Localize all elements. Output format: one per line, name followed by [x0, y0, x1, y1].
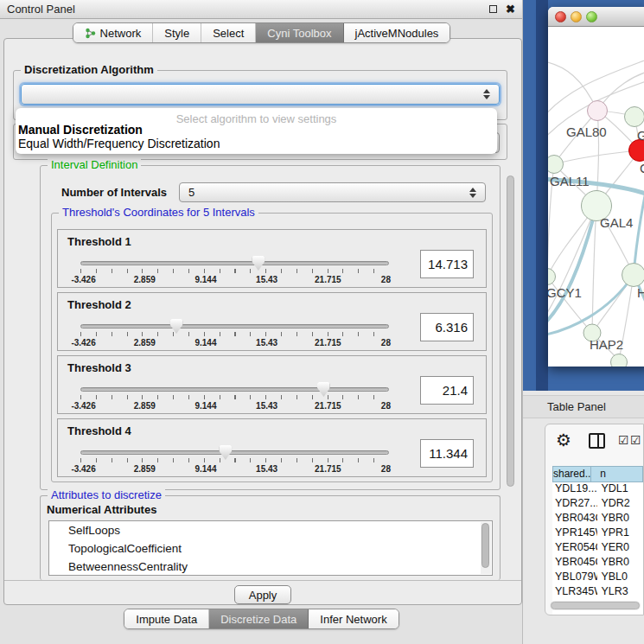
- node-label: GAL4: [600, 215, 633, 230]
- group-title-interval-definition: Interval Definition: [48, 158, 141, 171]
- panel-title: Control Panel: [7, 3, 75, 16]
- threshold-4-slider[interactable]: [80, 450, 389, 455]
- list-item[interactable]: BetweennessCentrality: [49, 558, 492, 576]
- threshold-2-value-field[interactable]: [420, 313, 474, 341]
- group-title-discretization-algorithm: Discretization Algorithm: [21, 63, 157, 76]
- table-horizontal-scrollbar[interactable]: [550, 601, 641, 610]
- threshold-3-value-field[interactable]: [420, 376, 474, 405]
- close-icon[interactable]: ✖: [506, 3, 515, 15]
- slider-ticks: [80, 458, 389, 462]
- table-row[interactable]: YDR27...YDR2: [552, 497, 643, 512]
- table-row[interactable]: YBR043CYBR0: [552, 512, 643, 526]
- thresholds-group: Threshold's Coordinates for 5 Intervals …: [51, 213, 493, 482]
- table-row[interactable]: YBR045CYBR0: [552, 556, 643, 571]
- table-row[interactable]: YPR145WYPR1: [552, 526, 643, 541]
- node-label: HAP2: [590, 337, 623, 352]
- tab-jactivemnodules[interactable]: jActiveMNodules: [344, 23, 450, 42]
- panel-scrollbar[interactable]: [505, 165, 517, 578]
- tab-discretize-data[interactable]: Discretize Data: [209, 609, 309, 628]
- node-gcy1[interactable]: [548, 269, 556, 285]
- table-panel-region: Table Panel ⚙ ☑ ☑ shared... n YDL19...YD…: [523, 391, 644, 644]
- node-label: GAL11: [550, 174, 590, 188]
- checkbox-icon[interactable]: ☑: [618, 434, 629, 446]
- node-label: GA: [637, 128, 644, 143]
- group-title-thresholds: Threshold's Coordinates for 5 Intervals: [59, 206, 258, 219]
- table-row[interactable]: YER054CYER0: [552, 541, 643, 556]
- right-side: GAL80 GA C GAL11 GAL4 GCY1 H HAP2 Table …: [523, 0, 644, 644]
- mac-minimize-button[interactable]: [571, 11, 582, 22]
- settings-gear-icon[interactable]: ⚙: [556, 431, 571, 449]
- combo-stepper-icon: [469, 188, 476, 198]
- numerical-attributes-list: SelfLoops TopologicalCoefficient Between…: [48, 520, 493, 576]
- list-scrollbar[interactable]: [481, 522, 491, 574]
- bottom-tab-bar: Impute Data Discretize Data Infer Networ…: [0, 609, 523, 629]
- table-panel-body: ⚙ ☑ ☑ shared... n YDL19...YDL1 YDR27...Y…: [545, 424, 644, 615]
- float-window-icon[interactable]: [489, 5, 497, 13]
- threshold-4-value-field[interactable]: [420, 439, 474, 468]
- node-label: GAL80: [566, 124, 607, 139]
- threshold-1-panel: Threshold 1 -3.4262.8599.14415.4321.7152…: [57, 229, 487, 288]
- slider-ticks: [80, 395, 389, 399]
- network-window-titlebar[interactable]: [548, 7, 644, 27]
- node-label: C: [640, 161, 644, 175]
- desktop-background: GAL80 GA C GAL11 GAL4 GCY1 H HAP2: [523, 0, 644, 391]
- table-row[interactable]: YBL079WYBL0: [552, 571, 643, 585]
- tab-impute-data[interactable]: Impute Data: [124, 609, 209, 628]
- threshold-3-slider[interactable]: [80, 387, 389, 392]
- list-item[interactable]: TopologicalCoefficient: [49, 539, 492, 558]
- node-gal80[interactable]: [588, 101, 608, 121]
- network-icon: [85, 28, 96, 39]
- threshold-2-slider[interactable]: [80, 324, 389, 328]
- node-gal11[interactable]: [548, 156, 564, 174]
- node-red-selected[interactable]: [629, 140, 644, 162]
- tab-network[interactable]: Network: [73, 23, 154, 42]
- threshold-1-value-field[interactable]: [420, 250, 474, 278]
- top-tab-bar: Network Style Select Cyni Toolbox jActiv…: [0, 22, 523, 43]
- group-title-attributes: Attributes to discretize: [48, 488, 165, 501]
- tab-select[interactable]: Select: [201, 23, 256, 42]
- algorithm-combobox[interactable]: [21, 84, 500, 105]
- threshold-4-panel: Threshold 4 -3.4262.8599.14415.4321.7152…: [57, 418, 487, 477]
- table-panel-toolbar: ⚙ ☑ ☑: [545, 424, 643, 459]
- node-labels: GAL80 GA C GAL11 GAL4 GCY1 H HAP2: [548, 124, 644, 352]
- attributes-group: Attributes to discretize Numerical Attri…: [40, 495, 501, 580]
- dropdown-placeholder: Select algorithm to view settings: [16, 108, 497, 123]
- desktop-shade: [536, 0, 548, 391]
- node-top-right[interactable]: [625, 107, 644, 127]
- threshold-1-slider[interactable]: [80, 261, 389, 265]
- list-item[interactable]: SelfLoops: [49, 521, 492, 539]
- mac-zoom-button[interactable]: [586, 11, 597, 22]
- tab-cyni-toolbox[interactable]: Cyni Toolbox: [256, 23, 343, 42]
- column-header-shared-name[interactable]: shared...: [552, 466, 591, 482]
- network-view-window: GAL80 GA C GAL11 GAL4 GCY1 H HAP2: [548, 7, 644, 367]
- node-bottom[interactable]: [611, 354, 628, 367]
- separator: [4, 580, 521, 581]
- checkbox-icon[interactable]: ☑: [630, 434, 641, 446]
- table-panel-titlebar: Table Panel: [523, 395, 644, 418]
- algorithm-dropdown-popup: Select algorithm to view settings Manual…: [16, 108, 497, 154]
- node-table: shared... n YDL19...YDL1 YDR27...YDR2 YB…: [552, 466, 643, 615]
- table-header-row: shared... n: [552, 466, 643, 482]
- number-of-intervals-label: Number of Intervals: [61, 186, 167, 199]
- table-row[interactable]: YDL19...YDL1: [552, 482, 643, 497]
- number-of-intervals-combobox[interactable]: 5: [179, 182, 486, 202]
- dropdown-option-equal-width-frequency[interactable]: Equal Width/Frequency Discretization: [16, 137, 497, 150]
- interval-definition-group: Interval Definition Number of Intervals …: [40, 165, 501, 490]
- network-canvas[interactable]: GAL80 GA C GAL11 GAL4 GCY1 H HAP2: [548, 27, 644, 367]
- column-header-name[interactable]: n: [591, 466, 643, 482]
- control-panel-titlebar: Control Panel ✖: [0, 0, 522, 19]
- apply-button[interactable]: Apply: [234, 585, 291, 604]
- mac-close-button[interactable]: [555, 11, 566, 22]
- combo-stepper-icon: [483, 89, 490, 99]
- tab-infer-network[interactable]: Infer Network: [309, 609, 398, 628]
- table-row[interactable]: YLR345WYLR3: [552, 585, 643, 600]
- screenshot-root: Control Panel ✖ Network: [0, 0, 644, 644]
- node-right-mid[interactable]: [622, 264, 644, 287]
- numerical-attributes-label: Numerical Attributes: [47, 503, 156, 516]
- control-panel-window: Control Panel ✖ Network: [0, 0, 523, 644]
- node-label: GCY1: [548, 285, 582, 300]
- column-layout-icon[interactable]: [589, 433, 605, 449]
- slider-ticks: [80, 332, 389, 336]
- threshold-3-panel: Threshold 3 -3.4262.8599.14415.4321.7152…: [57, 355, 487, 414]
- tab-style[interactable]: Style: [153, 23, 201, 42]
